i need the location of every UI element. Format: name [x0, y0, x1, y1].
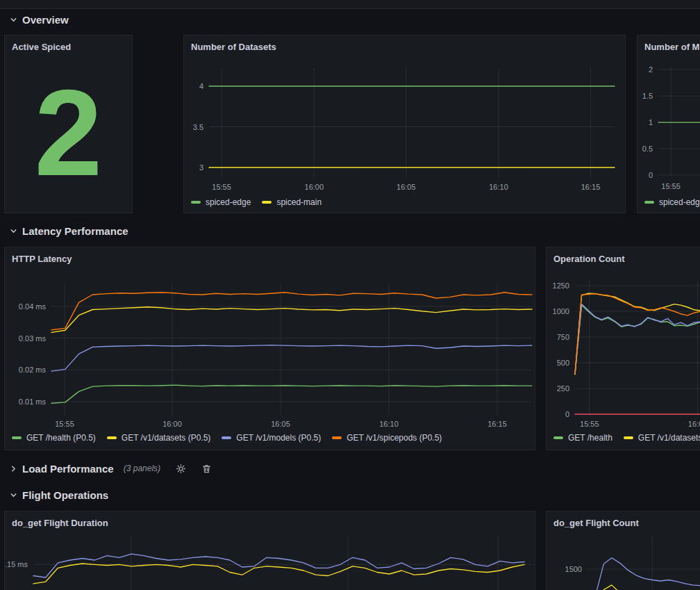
legend-label: GET /v1/datasets (P0.5) [122, 433, 211, 443]
panel-number-of-datasets: Number of Datasets 43.5315:5516:0016:051… [183, 35, 626, 213]
svg-text:0.5: 0.5 [642, 145, 653, 153]
legend-label: GET /health (P0.5) [26, 433, 96, 443]
panel-operation-count: Operation Count 12501000750500250015:551… [546, 247, 700, 450]
svg-text:15:55: 15:55 [212, 183, 231, 191]
panel-title[interactable]: Active Spiced [5, 35, 132, 52]
svg-text:250: 250 [557, 384, 569, 393]
legend-label: GET /v1/spicepods (P0.5) [347, 433, 442, 443]
section-title: Overview [22, 14, 69, 26]
legend-item[interactable]: GET /health (P0.5) [12, 433, 96, 443]
svg-text:16:15: 16:15 [581, 183, 601, 191]
panel-do-get-flight-duration: do_get Flight Duration 0.15 ms [4, 511, 535, 590]
datasets-legend: spiced-edgespiced-main [191, 197, 333, 207]
http-latency-legend: GET /health (P0.5)GET /v1/datasets (P0.5… [12, 433, 453, 443]
svg-text:16:00: 16:00 [305, 183, 324, 191]
svg-text:16:10: 16:10 [379, 420, 399, 428]
legend-label: spiced-main [276, 197, 322, 207]
svg-text:16:05: 16:05 [271, 420, 290, 428]
panel-title[interactable]: Number of Models [638, 35, 700, 52]
svg-text:0.02 ms: 0.02 ms [19, 366, 47, 374]
svg-text:15:55: 15:55 [580, 420, 599, 428]
svg-text:1250: 1250 [553, 281, 569, 290]
svg-text:16:15: 16:15 [488, 420, 507, 428]
legend-label: GET /v1/datasets [638, 433, 700, 443]
legend-item[interactable]: spiced-edge [191, 197, 251, 207]
svg-text:0.01 ms: 0.01 ms [19, 398, 47, 406]
trash-icon [201, 464, 212, 474]
panels-count-note: (3 panels) [124, 464, 160, 473]
legend-label: spiced-edge [659, 197, 700, 207]
section-header-latency-performance[interactable]: Latency Performance [10, 223, 128, 238]
svg-text:16:10: 16:10 [489, 183, 508, 191]
svg-text:3: 3 [199, 163, 203, 172]
legend-label: GET /v1/models (P0.5) [236, 433, 321, 443]
panel-title[interactable]: do_get Flight Count [547, 511, 700, 528]
svg-text:0: 0 [649, 171, 653, 179]
row-settings-button[interactable] [176, 464, 186, 474]
panel-title[interactable]: do_get Flight Duration [5, 511, 535, 528]
section-title: Load Performance [22, 463, 114, 475]
operation-count-legend: GET /healthGET /v1/datasetsGET /v1/model… [553, 433, 700, 443]
models-legend: spiced-edge [644, 197, 700, 207]
chevron-right-icon [10, 465, 17, 473]
panel-active-spiced: Active Spiced 2 [4, 35, 133, 213]
svg-text:15:55: 15:55 [661, 182, 681, 190]
legend-item[interactable]: spiced-edge [644, 197, 700, 207]
legend-chip [624, 436, 633, 439]
panel-do-get-flight-count: do_get Flight Count 1500 [546, 511, 700, 590]
legend-item[interactable]: GET /v1/datasets [624, 433, 700, 443]
legend-item[interactable]: GET /v1/datasets (P0.5) [107, 433, 211, 443]
panel-title[interactable]: Number of Datasets [184, 35, 625, 52]
panel-title[interactable]: HTTP Latency [5, 247, 535, 264]
svg-text:1000: 1000 [553, 307, 569, 316]
grafana-dashboard: Overview Active Spiced 2 Number of Datas… [0, 0, 700, 590]
section-header-overview[interactable]: Overview [10, 12, 69, 27]
svg-text:15:55: 15:55 [55, 420, 74, 428]
svg-text:0.03 ms: 0.03 ms [19, 334, 47, 343]
svg-text:4: 4 [199, 82, 203, 90]
legend-item[interactable]: GET /health [553, 433, 612, 443]
models-chart[interactable]: 21.510.5015:5516:0016:0516:1016:15 [638, 35, 700, 213]
svg-text:1.5: 1.5 [642, 92, 653, 100]
panel-http-latency: HTTP Latency 0.04 ms0.03 ms0.02 ms0.01 m… [4, 247, 535, 450]
legend-chip [644, 201, 654, 204]
section-header-flight-operations[interactable]: Flight Operations [10, 487, 108, 502]
legend-item[interactable]: spiced-main [262, 197, 322, 207]
legend-chip [107, 436, 117, 439]
svg-text:1500: 1500 [565, 565, 582, 573]
svg-text:1: 1 [649, 118, 653, 126]
panel-title[interactable]: Operation Count [547, 247, 700, 264]
section-title: Flight Operations [22, 489, 108, 501]
svg-text:750: 750 [557, 333, 569, 341]
svg-text:500: 500 [557, 359, 569, 367]
svg-text:0.04 ms: 0.04 ms [19, 302, 47, 311]
chevron-down-icon [10, 491, 17, 499]
legend-chip [191, 201, 201, 204]
http-latency-chart[interactable]: 0.04 ms0.03 ms0.02 ms0.01 ms15:5516:0016… [5, 247, 535, 450]
panel-number-of-models: Number of Models 21.510.5015:5516:0016:0… [637, 35, 700, 213]
svg-text:16:00: 16:00 [162, 420, 182, 428]
legend-item[interactable]: GET /v1/spicepods (P0.5) [332, 433, 442, 443]
svg-text:16:05: 16:05 [397, 183, 416, 191]
legend-chip [12, 436, 22, 439]
svg-text:0: 0 [565, 410, 569, 418]
legend-item[interactable]: GET /v1/models (P0.5) [222, 433, 321, 443]
legend-label: GET /health [568, 433, 612, 443]
svg-text:0.15 ms: 0.15 ms [5, 560, 28, 568]
row-delete-button[interactable] [201, 464, 212, 474]
section-title: Latency Performance [22, 225, 128, 237]
svg-text:16:00: 16:00 [688, 420, 700, 428]
stat-value: 2 [5, 59, 132, 206]
top-toolbar-edge [0, 0, 700, 9]
legend-chip [222, 436, 231, 439]
chevron-down-icon [10, 227, 17, 235]
gear-icon [176, 464, 186, 474]
operation-count-chart[interactable]: 12501000750500250015:5516:0016:0516:1016… [547, 247, 700, 450]
chevron-down-icon [10, 16, 17, 24]
section-header-load-performance[interactable]: Load Performance (3 panels) [10, 461, 212, 476]
datasets-chart[interactable]: 43.5315:5516:0016:0516:1016:15 [184, 35, 625, 213]
svg-text:2: 2 [649, 65, 653, 74]
legend-label: spiced-edge [206, 197, 251, 207]
legend-chip [553, 436, 563, 439]
legend-chip [262, 201, 272, 204]
